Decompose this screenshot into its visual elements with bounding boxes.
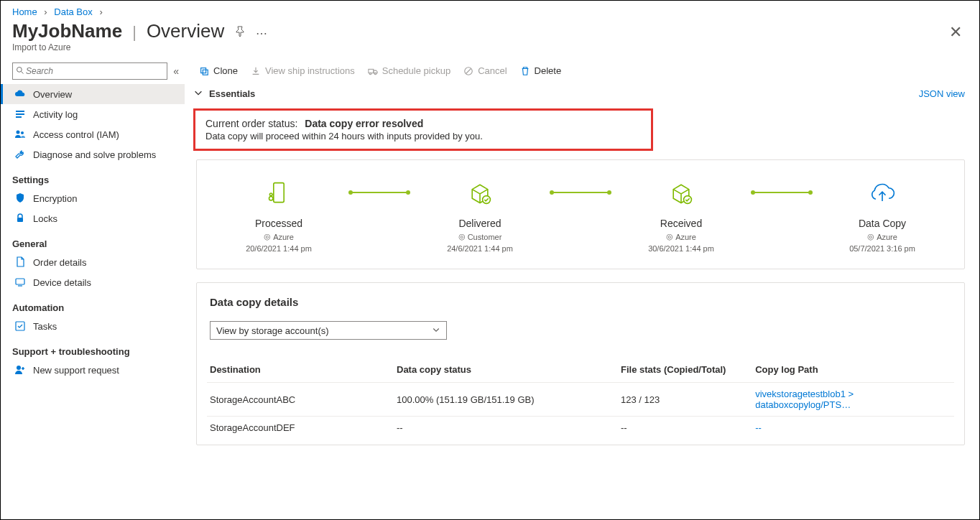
clone-label: Clone: [213, 65, 238, 76]
svg-line-1: [22, 71, 24, 73]
cancel-icon: [463, 66, 473, 76]
table-row: StorageAccountABC 100.00% (151.19 GB/151…: [207, 383, 954, 417]
location-icon: ◎: [264, 232, 271, 241]
stages-panel: Processed ◎Azure 20/6/2021 1:44 pm Deliv…: [196, 159, 965, 269]
col-filestats: File stats (Copied/Total): [618, 360, 752, 383]
people-icon: [14, 129, 26, 140]
svg-line-18: [466, 68, 471, 73]
sidebar-item-activity-log[interactable]: Activity log: [1, 104, 185, 124]
toolbar: Clone View ship instructions Schedule pi…: [185, 60, 979, 83]
close-icon[interactable]: ✕: [949, 23, 968, 42]
data-copy-details-panel: Data copy details View by storage accoun…: [196, 282, 965, 445]
essentials-title: Essentials: [209, 88, 255, 99]
svg-point-6: [21, 131, 24, 134]
tasks-icon: [14, 320, 26, 332]
more-icon[interactable]: ⋯: [256, 27, 267, 40]
svg-point-16: [374, 73, 376, 75]
list-icon: [14, 108, 26, 120]
details-title: Data copy details: [207, 296, 954, 321]
stage-processed: Processed ◎Azure 20/6/2021 1:44 pm: [207, 179, 351, 253]
sidebar-item-encryption[interactable]: Encryption: [1, 188, 185, 208]
clone-button[interactable]: Clone: [199, 65, 238, 76]
sidebar-section-support: Support + troubleshooting: [1, 336, 185, 360]
stage-timestamp: 30/6/2021 1:44 pm: [609, 244, 753, 253]
main: Clone View ship instructions Schedule pi…: [185, 60, 979, 514]
stage-connector: [552, 192, 609, 193]
sidebar-item-tasks[interactable]: Tasks: [1, 316, 185, 336]
cancel-label: Cancel: [478, 65, 507, 76]
search-input[interactable]: [12, 62, 167, 80]
download-icon: [251, 66, 261, 76]
stage-title: Data Copy: [810, 218, 954, 232]
chevron-down-icon[interactable]: [193, 88, 203, 100]
collapse-sidebar-icon[interactable]: «: [173, 65, 179, 77]
stage-timestamp: 20/6/2021 1:44 pm: [207, 244, 351, 253]
sidebar-item-support-request[interactable]: New support request: [1, 360, 185, 380]
schedule-button: Schedule pickup: [368, 65, 450, 76]
cell-status: --: [394, 417, 618, 440]
sidebar-item-locks[interactable]: Locks: [1, 208, 185, 228]
sidebar-item-iam[interactable]: Access control (IAM): [1, 124, 185, 144]
device-icon: [14, 277, 26, 288]
stage-title: Delivered: [408, 218, 552, 232]
status-message: Data copy will proceed within 24 hours w…: [205, 129, 641, 141]
subtitle: Import to Azure: [1, 42, 979, 60]
svg-point-20: [269, 197, 273, 200]
svg-rect-2: [16, 111, 24, 112]
breadcrumb: Home › Data Box ›: [1, 1, 979, 19]
schedule-label: Schedule pickup: [382, 65, 450, 76]
cloud-icon: [14, 88, 26, 100]
package-check-icon: [408, 179, 552, 208]
pin-icon[interactable]: [234, 26, 246, 40]
cell-logpath-link[interactable]: vivekstoragetestblob1 > databoxcopylog/P…: [752, 383, 954, 417]
cell-destination: StorageAccountDEF: [207, 417, 394, 440]
table-row: StorageAccountDEF -- -- --: [207, 417, 954, 440]
stage-location: Azure: [877, 233, 897, 241]
breadcrumb-databox[interactable]: Data Box: [54, 6, 92, 17]
sidebar-item-label: Order details: [33, 257, 86, 268]
data-copy-table: Destination Data copy status File stats …: [207, 360, 954, 439]
sidebar-item-order-details[interactable]: Order details: [1, 252, 185, 272]
sidebar-item-label: Overview: [33, 89, 72, 100]
svg-rect-14: [369, 69, 374, 73]
sidebar-item-label: Device details: [33, 277, 91, 288]
stage-title: Received: [609, 218, 753, 232]
stage-location: Azure: [675, 233, 696, 241]
wrench-icon: [14, 149, 26, 160]
cell-status: 100.00% (151.19 GB/151.19 GB): [394, 383, 618, 417]
page-title: Overview: [147, 20, 224, 42]
sidebar: « Overview Activity log Access control (…: [1, 60, 185, 514]
svg-rect-3: [16, 113, 24, 115]
sidebar-section-general: General: [1, 228, 185, 252]
stage-location: Customer: [468, 233, 502, 241]
breadcrumb-home[interactable]: Home: [12, 6, 37, 17]
support-icon: [14, 364, 26, 376]
sidebar-item-device-details[interactable]: Device details: [1, 272, 185, 292]
location-icon: ◎: [458, 232, 466, 241]
svg-point-15: [369, 73, 371, 75]
col-status: Data copy status: [394, 360, 618, 383]
sidebar-item-label: New support request: [33, 365, 119, 376]
shield-icon: [14, 192, 26, 204]
cancel-button: Cancel: [463, 65, 507, 76]
package-check-icon: [609, 179, 753, 208]
sidebar-item-label: Locks: [33, 213, 57, 224]
sidebar-item-overview[interactable]: Overview: [1, 84, 185, 104]
view-by-select[interactable]: View by storage account(s): [210, 321, 447, 340]
essentials-header: Essentials JSON view: [185, 83, 979, 106]
view-ship-button: View ship instructions: [251, 65, 355, 76]
col-logpath: Copy log Path: [752, 360, 954, 383]
stage-received: Received ◎Azure 30/6/2021 1:44 pm: [609, 179, 753, 253]
search-field[interactable]: [26, 66, 164, 76]
sidebar-item-diagnose[interactable]: Diagnose and solve problems: [1, 144, 185, 164]
document-icon: [14, 256, 26, 268]
json-view-link[interactable]: JSON view: [919, 88, 965, 99]
chevron-down-icon: [432, 325, 440, 336]
delete-button[interactable]: Delete: [520, 65, 562, 76]
cell-logpath-link[interactable]: --: [752, 417, 954, 440]
status-value: Data copy error resolved: [305, 118, 423, 129]
search-icon: [16, 66, 26, 77]
stage-connector: [351, 192, 408, 193]
breadcrumb-sep: ›: [99, 6, 102, 17]
select-value: View by storage account(s): [216, 325, 329, 336]
